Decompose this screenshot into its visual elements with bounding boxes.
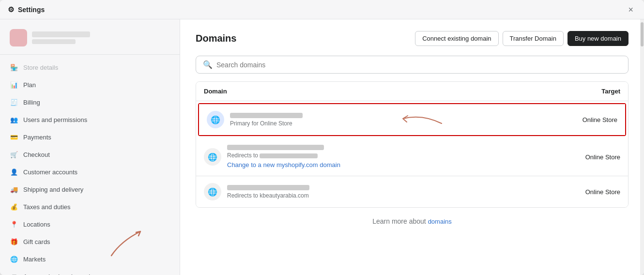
store-url: [32, 39, 76, 44]
domain-target-1: Online Store: [530, 116, 617, 123]
store-avatar: [10, 29, 27, 46]
close-button[interactable]: ×: [625, 4, 636, 15]
payments-icon: 💳: [10, 133, 18, 141]
domain-name-3: [227, 185, 309, 190]
sidebar-item-locations[interactable]: 📍 Locations: [0, 215, 180, 233]
domain-row-1-wrapper: 🌐 Primary for Online Store Online Store: [198, 103, 626, 136]
main-content: Domains Connect existing domain Transfer…: [180, 19, 644, 275]
checkout-icon: 🛒: [10, 150, 18, 159]
sidebar-item-billing[interactable]: 🧾 Billing: [0, 93, 180, 111]
sidebar-item-customer-accounts[interactable]: 👤 Customer accounts: [0, 163, 180, 181]
sidebar-item-users-permissions[interactable]: 👥 Users and permissions: [0, 111, 180, 128]
domains-link[interactable]: domains: [428, 218, 452, 225]
sidebar: 🏪 Store details 📊 Plan 🧾 Billing 👥 Users…: [0, 19, 180, 275]
store-name: [32, 31, 90, 37]
apps-icon: ⊞: [10, 272, 18, 275]
search-input[interactable]: [216, 61, 621, 69]
sidebar-item-checkout[interactable]: 🛒 Checkout: [0, 146, 180, 163]
modal-title-area: ⚙ Settings: [8, 5, 45, 14]
sidebar-item-store-details[interactable]: 🏪 Store details: [0, 59, 180, 76]
change-myshopify-link[interactable]: Change to a new myshopify.com domain: [227, 161, 340, 168]
settings-gear-icon: ⚙: [8, 5, 14, 14]
header-actions: Connect existing domain Transfer Domain …: [415, 31, 629, 46]
table-row[interactable]: 🌐 Redirects to kbeautyarabia.com Online …: [196, 176, 628, 207]
domain-redirects-3: Redirects to kbeautyarabia.com: [227, 192, 533, 199]
billing-icon: 🧾: [10, 98, 18, 107]
sidebar-item-shipping-delivery[interactable]: 🚚 Shipping and delivery: [0, 181, 180, 198]
search-bar: 🔍: [196, 56, 629, 74]
search-icon: 🔍: [203, 60, 213, 69]
domain-globe-icon-3: 🌐: [204, 183, 221, 200]
taxes-icon: 💰: [10, 202, 18, 211]
gift-cards-icon: 🎁: [10, 237, 18, 246]
learn-more-section: Learn more about domains: [196, 217, 629, 225]
modal-title-label: Settings: [18, 6, 45, 14]
domain-redirects-2: Redirects to: [227, 152, 533, 159]
sidebar-item-plan[interactable]: 📊 Plan: [0, 76, 180, 93]
sidebar-item-markets[interactable]: 🌐 Markets: [0, 250, 180, 268]
col-domain-label: Domain: [204, 88, 533, 95]
scrollbar-thumb[interactable]: [641, 22, 644, 46]
markets-icon: 🌐: [10, 255, 18, 263]
locations-icon: 📍: [10, 220, 18, 229]
users-icon: 👥: [10, 115, 18, 124]
domain-redirect-target-2: [260, 153, 318, 158]
col-target-label: Target: [533, 88, 620, 95]
customer-accounts-icon: 👤: [10, 168, 18, 176]
store-details-icon: 🏪: [10, 63, 18, 72]
modal-titlebar: ⚙ Settings ×: [0, 0, 644, 19]
domain-name-1: [230, 113, 303, 118]
change-myshopify-link-wrap: Change to a new myshopify.com domain: [227, 160, 533, 169]
domain-globe-icon-1: 🌐: [207, 111, 224, 128]
sidebar-item-apps-sales-channels[interactable]: ⊞ Apps and sales channels: [0, 268, 180, 275]
domain-table: Domain Target 🌐 Primary for Online Store: [196, 81, 629, 208]
table-row[interactable]: 🌐 Primary for Online Store Online Store: [199, 104, 625, 135]
redirects-text-2: Redirects to: [227, 152, 260, 159]
main-header: Domains Connect existing domain Transfer…: [196, 31, 629, 46]
scrollbar-track: [640, 19, 644, 275]
domain-info-3: Redirects to kbeautyarabia.com: [227, 185, 533, 199]
learn-more-text: Learn more about: [372, 217, 428, 225]
connect-domain-button[interactable]: Connect existing domain: [415, 31, 498, 46]
settings-modal: ⚙ Settings × 🏪 Store details: [0, 0, 644, 275]
buy-domain-button[interactable]: Buy new domain: [567, 31, 629, 46]
modal-body: 🏪 Store details 📊 Plan 🧾 Billing 👥 Users…: [0, 19, 644, 275]
domain-info-2: Redirects to Change to a new myshopify.c…: [227, 145, 533, 169]
domain-info-1: Primary for Online Store: [230, 113, 530, 127]
domain-globe-icon-2: 🌐: [204, 148, 221, 166]
shipping-icon: 🚚: [10, 185, 18, 194]
plan-icon: 📊: [10, 80, 18, 89]
domain-target-3: Online Store: [533, 188, 620, 196]
store-info: [32, 31, 90, 44]
store-header: [0, 25, 180, 55]
domain-primary-label: Primary for Online Store: [230, 120, 530, 127]
domain-name-2: [227, 145, 324, 150]
transfer-domain-button[interactable]: Transfer Domain: [503, 31, 564, 46]
sidebar-item-gift-cards[interactable]: 🎁 Gift cards: [0, 233, 180, 250]
page-title: Domains: [196, 33, 236, 44]
table-row[interactable]: 🌐 Redirects to Change to a new myshopify…: [196, 138, 628, 176]
sidebar-item-taxes-duties[interactable]: 💰 Taxes and duties: [0, 198, 180, 215]
modal-overlay: ⚙ Settings × 🏪 Store details: [0, 0, 644, 275]
sidebar-item-payments[interactable]: 💳 Payments: [0, 128, 180, 146]
table-header: Domain Target: [196, 82, 628, 101]
domain-target-2: Online Store: [533, 153, 620, 161]
